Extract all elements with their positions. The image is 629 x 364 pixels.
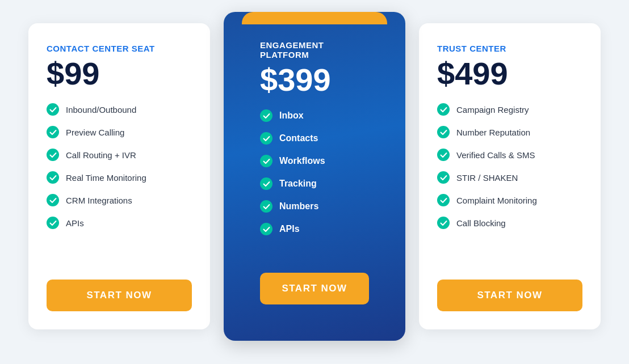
plan-price-engagement: $399	[260, 64, 369, 96]
check-icon	[260, 223, 272, 235]
start-now-button-engagement[interactable]: START NOW	[260, 273, 369, 304]
plan-price-trust-center: $499	[437, 58, 582, 90]
plan-name-contact-center: CONTACT CENTER SEAT	[47, 44, 192, 53]
check-icon	[260, 109, 272, 122]
feature-item: APIs	[47, 217, 192, 229]
check-icon	[437, 103, 450, 116]
feature-item: Complaint Monitoring	[437, 194, 582, 206]
features-list-trust-center: Campaign Registry Number Reputation Veri…	[437, 103, 582, 261]
check-icon	[260, 132, 272, 145]
plan-price-contact-center: $99	[47, 58, 192, 90]
check-icon	[437, 194, 450, 206]
check-icon	[437, 126, 450, 138]
feature-item: CRM Integrations	[47, 194, 192, 206]
check-icon	[260, 177, 272, 190]
feature-item: Number Reputation	[437, 126, 582, 138]
plan-name-engagement: ENGAGEMENT PLATFORM	[260, 40, 369, 60]
feature-item: Tracking	[260, 177, 369, 190]
check-icon	[437, 149, 450, 161]
feature-item: Call Routing + IVR	[47, 149, 192, 161]
start-now-button-trust-center[interactable]: START NOW	[437, 280, 582, 311]
check-icon	[260, 155, 272, 167]
check-icon	[47, 171, 59, 184]
start-now-button-contact-center[interactable]: START NOW	[47, 280, 192, 311]
check-icon	[437, 217, 450, 229]
plan-name-trust-center: TRUST CENTER	[437, 44, 582, 53]
feature-item: Contacts	[260, 132, 369, 145]
features-list-engagement: Inbox Contacts Workflows	[260, 109, 369, 255]
feature-item: STIR / SHAKEN	[437, 171, 582, 184]
card-contact-center: CONTACT CENTER SEAT $99 Inbound/Outbound…	[28, 23, 210, 329]
feature-item: Inbox	[260, 109, 369, 122]
featured-top-bar	[242, 12, 387, 24]
card-trust-center: TRUST CENTER $499 Campaign Registry Numb…	[419, 23, 601, 329]
feature-item: Verified Calls & SMS	[437, 149, 582, 161]
feature-item: Preview Calling	[47, 126, 192, 138]
feature-item: Inbound/Outbound	[47, 103, 192, 116]
check-icon	[47, 194, 59, 206]
check-icon	[437, 171, 450, 184]
feature-item: Campaign Registry	[437, 103, 582, 116]
card-engagement-platform: ENGAGEMENT PLATFORM $399 Inbox Contacts	[224, 12, 405, 341]
features-list-contact-center: Inbound/Outbound Preview Calling Call Ro…	[47, 103, 192, 261]
featured-inner: ENGAGEMENT PLATFORM $399 Inbox Contacts	[242, 24, 387, 323]
feature-item: Call Blocking	[437, 217, 582, 229]
check-icon	[47, 149, 59, 161]
feature-item: APIs	[260, 223, 369, 235]
check-icon	[47, 126, 59, 138]
feature-item: Real Time Monitoring	[47, 171, 192, 184]
check-icon	[47, 103, 59, 116]
check-icon	[47, 217, 59, 229]
pricing-container: CONTACT CENTER SEAT $99 Inbound/Outbound…	[11, 23, 618, 341]
feature-item: Workflows	[260, 155, 369, 167]
feature-item: Numbers	[260, 200, 369, 213]
check-icon	[260, 200, 272, 213]
